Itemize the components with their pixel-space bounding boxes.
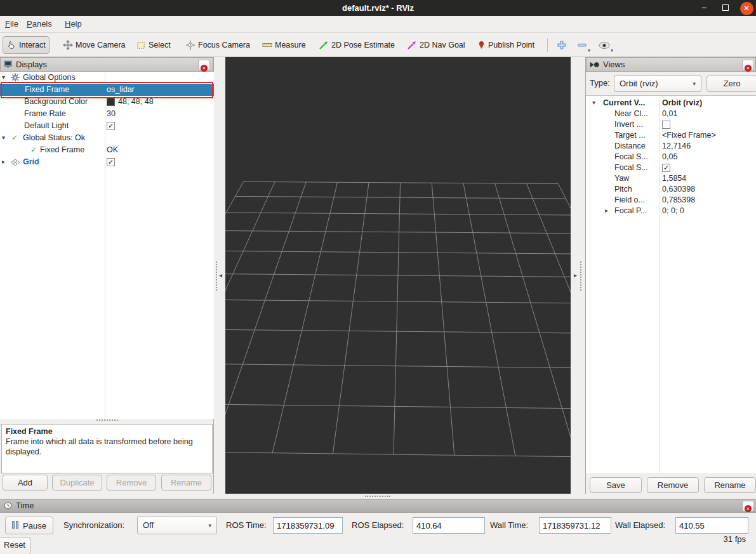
- chevron-down-icon: ▾: [611, 48, 613, 53]
- tree-row-invert-z[interactable]: Invert ...: [586, 119, 756, 130]
- tree-row-focal-point[interactable]: ▸ Focal P... 0; 0; 0: [586, 206, 756, 216]
- tree-row-default-light[interactable]: Default Light ✓: [0, 120, 214, 132]
- property-value[interactable]: os_lidar: [107, 85, 135, 94]
- expander-open-icon[interactable]: ▾: [2, 134, 5, 141]
- 3d-viewport[interactable]: [225, 57, 571, 494]
- pose-estimate-tool-button[interactable]: 2D Pose Estimate: [315, 36, 398, 54]
- time-splitter[interactable]: [0, 494, 756, 499]
- pause-button[interactable]: Pause: [5, 517, 53, 534]
- tree-row-target-frame[interactable]: Target ... <Fixed Frame>: [586, 130, 756, 141]
- menu-help[interactable]: Help: [61, 16, 86, 33]
- maximize-button[interactable]: [717, 0, 734, 16]
- displays-panel-title: Displays: [16, 60, 47, 69]
- tree-row-background-color[interactable]: Background Color 48; 48; 48: [0, 96, 214, 108]
- wall-time-input[interactable]: [539, 517, 611, 534]
- remove-button[interactable]: Remove: [107, 475, 156, 491]
- reset-button[interactable]: Reset: [0, 537, 30, 554]
- checkbox-checked[interactable]: ✓: [107, 158, 115, 166]
- tool-visibility-button[interactable]: ▾: [595, 36, 613, 54]
- tree-row-focal-shape-fixed[interactable]: Focal S... ✓: [586, 162, 756, 173]
- right-splitter-handle[interactable]: [580, 261, 581, 291]
- save-view-button[interactable]: Save: [590, 477, 642, 493]
- clock-icon: [4, 501, 12, 510]
- sync-select[interactable]: Off ▾: [137, 517, 217, 534]
- tree-row-near-clip[interactable]: Near Cl... 0,01: [586, 109, 756, 119]
- tree-row-current-view[interactable]: ▾ Current V... Orbit (rviz): [586, 98, 756, 109]
- rename-button[interactable]: Rename: [161, 475, 211, 491]
- tree-row-fixed-frame-status[interactable]: ✓ Fixed Frame OK: [0, 144, 214, 156]
- move-camera-tool-button[interactable]: Move Camera: [60, 36, 129, 54]
- close-window-button[interactable]: ✕: [738, 0, 755, 16]
- checkbox-checked[interactable]: ✓: [107, 122, 115, 130]
- displays-panel-header[interactable]: Displays ✕: [0, 57, 213, 72]
- tree-row-distance[interactable]: Distance 12,7146: [586, 141, 756, 152]
- expander-open-icon[interactable]: ▾: [592, 99, 595, 106]
- tree-row-field-of-view[interactable]: Field o... 0,785398: [586, 195, 756, 206]
- publish-point-tool-button[interactable]: Publish Point: [474, 36, 538, 54]
- property-value: OK: [107, 145, 118, 154]
- tree-row-frame-rate[interactable]: Frame Rate 30: [0, 108, 214, 120]
- view-type-select[interactable]: Orbit (rviz) ▾: [614, 76, 701, 92]
- view-type-value: Orbit (rviz): [620, 79, 658, 88]
- minus-icon: [577, 40, 587, 50]
- close-views-button[interactable]: ✕: [742, 60, 754, 70]
- remove-tool-button[interactable]: ▾: [574, 36, 590, 54]
- time-panel-title: Time: [16, 501, 34, 510]
- select-tool-button[interactable]: Select: [133, 36, 174, 54]
- tree-row-global-status[interactable]: ▾ ✓ Global Status: Ok: [0, 132, 214, 144]
- color-swatch[interactable]: [107, 98, 115, 106]
- tree-row-grid[interactable]: ▸ Grid ✓: [0, 156, 214, 168]
- ros-time-input[interactable]: [273, 517, 343, 534]
- wall-time-label: Wall Time:: [490, 517, 528, 534]
- collapse-left-icon[interactable]: ◂: [219, 272, 222, 279]
- nav-goal-tool-button[interactable]: 2D Nav Goal: [404, 36, 468, 54]
- plus-icon: [557, 40, 567, 50]
- tree-row-fixed-frame[interactable]: Fixed Frame os_lidar: [0, 84, 214, 96]
- minimize-button[interactable]: −: [696, 0, 712, 16]
- ros-elapsed-input[interactable]: [413, 517, 485, 534]
- menu-panels[interactable]: Panels: [23, 16, 56, 33]
- expander-closed-icon[interactable]: ▸: [605, 207, 608, 214]
- expander-closed-icon[interactable]: ▸: [2, 158, 5, 165]
- close-displays-button[interactable]: ✕: [198, 60, 210, 70]
- views-panel-header[interactable]: Views ✕: [586, 57, 756, 72]
- help-title: Fixed Frame: [6, 426, 208, 437]
- interact-tool-button[interactable]: Interact: [3, 36, 50, 54]
- property-name: Grid: [23, 157, 39, 166]
- help-splitter-handle[interactable]: [96, 419, 118, 421]
- expander-open-icon[interactable]: ▾: [2, 74, 5, 81]
- add-button[interactable]: Add: [3, 475, 48, 491]
- tree-row-focal-shape-size[interactable]: Focal S... 0,05: [586, 152, 756, 162]
- toolbar-separator: [547, 38, 548, 52]
- fps-counter: 31 fps: [724, 534, 746, 544]
- property-value[interactable]: 48; 48; 48: [118, 97, 154, 106]
- duplicate-button[interactable]: Duplicate: [52, 475, 102, 491]
- tree-row-yaw[interactable]: Yaw 1,5854: [586, 173, 756, 184]
- checkbox-checked[interactable]: ✓: [662, 164, 670, 172]
- rename-view-button[interactable]: Rename: [704, 477, 756, 493]
- close-icon: ✕: [745, 505, 752, 512]
- zero-button[interactable]: Zero: [706, 76, 756, 92]
- remove-view-button[interactable]: Remove: [647, 477, 699, 493]
- rviz-window: default.rviz* - RViz − ✕ File Panels Hel…: [0, 0, 756, 554]
- toolbar: Interact Move Camera Select Focus Camera…: [0, 33, 756, 57]
- measure-tool-button[interactable]: Measure: [259, 36, 309, 54]
- wall-elapsed-input[interactable]: [675, 517, 748, 534]
- displays-panel: Displays ✕ ▾ Global Options Fixed Frame …: [0, 57, 214, 494]
- select-box-icon: [136, 41, 146, 50]
- left-splitter-handle[interactable]: [216, 261, 217, 291]
- menu-file[interactable]: File: [1, 16, 22, 33]
- time-panel-header[interactable]: Time ✕: [0, 499, 756, 513]
- focus-camera-tool-button[interactable]: Focus Camera: [182, 36, 253, 54]
- checkbox-unchecked[interactable]: [662, 121, 670, 129]
- add-tool-button[interactable]: [554, 36, 570, 54]
- magenta-arrow-icon: [407, 40, 417, 50]
- close-time-button[interactable]: ✕: [742, 501, 754, 511]
- property-name: Fixed Frame: [40, 145, 84, 154]
- tree-row-pitch[interactable]: Pitch 0,630398: [586, 184, 756, 195]
- collapse-right-icon[interactable]: ▸: [574, 272, 577, 279]
- tree-row-global-options[interactable]: ▾ Global Options: [0, 72, 214, 84]
- 3d-grid[interactable]: [225, 57, 571, 494]
- menubar: File Panels Help: [0, 16, 756, 33]
- property-value[interactable]: 30: [107, 109, 116, 118]
